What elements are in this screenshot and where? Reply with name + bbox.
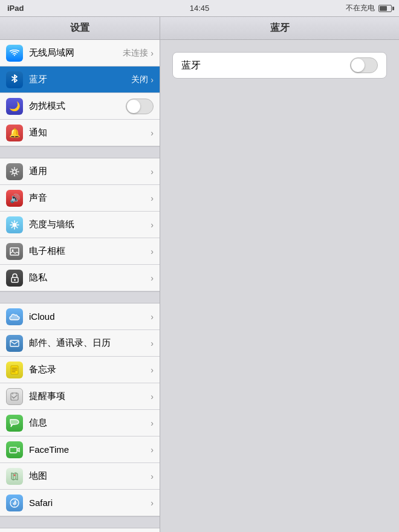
bluetooth-title: 蓝牙: [270, 22, 290, 34]
maps-label: 地图: [29, 470, 151, 482]
messages-chevron: ›: [151, 418, 154, 428]
mail-label: 邮件、通讯录、日历: [29, 337, 151, 349]
dnd-toggle-knob: [127, 100, 140, 113]
messages-label: 信息: [29, 417, 151, 429]
device-label: iPad: [7, 4, 24, 13]
bluetooth-setting-row: 蓝牙: [172, 52, 387, 79]
icloud-label: iCloud: [29, 311, 151, 322]
dnd-toggle[interactable]: [126, 99, 154, 114]
privacy-label: 隐私: [29, 272, 151, 284]
time-display: 14:45: [190, 4, 210, 13]
wifi-chevron: ›: [151, 48, 154, 58]
bluetooth-icon: [6, 71, 23, 88]
svg-point-10: [14, 474, 16, 476]
sidebar-item-privacy[interactable]: 隐私 ›: [0, 265, 160, 291]
bluetooth-content: 蓝牙: [160, 40, 399, 532]
reminders-label: 提醒事项: [29, 391, 151, 402]
dnd-icon: 🌙: [6, 98, 23, 115]
dnd-label: 勿扰模式: [29, 100, 126, 112]
sidebar-item-notes[interactable]: 备忘录 ›: [0, 357, 160, 383]
sidebar-item-wifi[interactable]: 无线局域网 未连接 ›: [0, 40, 160, 66]
status-indicators: 不在充电: [346, 3, 392, 13]
sidebar-item-general[interactable]: 通用 ›: [0, 158, 160, 185]
bluetooth-panel: 蓝牙 蓝牙: [160, 17, 399, 532]
safari-chevron: ›: [151, 498, 154, 508]
photoframe-chevron: ›: [151, 247, 154, 256]
privacy-icon: [6, 270, 23, 287]
svg-point-3: [12, 249, 14, 251]
maps-icon: [6, 468, 23, 485]
sidebar-item-facetime[interactable]: FaceTime ›: [0, 436, 160, 463]
settings-title: 设置: [70, 22, 89, 34]
facetime-chevron: ›: [151, 445, 154, 455]
bluetooth-header: 蓝牙: [160, 17, 399, 40]
maps-chevron: ›: [151, 472, 154, 481]
sidebar-item-sounds[interactable]: 🔊 声音 ›: [0, 185, 160, 212]
bluetooth-toggle-knob: [351, 59, 365, 72]
sidebar-item-mail[interactable]: 邮件、通讯录、日历 ›: [0, 330, 160, 357]
messages-icon: [6, 415, 23, 432]
bluetooth-value: 关闭: [131, 74, 148, 85]
privacy-chevron: ›: [151, 273, 154, 283]
sounds-chevron: ›: [151, 193, 154, 203]
wifi-value: 未连接: [123, 48, 148, 59]
brightness-chevron: ›: [151, 220, 154, 230]
svg-point-5: [14, 279, 16, 281]
brightness-label: 亮度与墙纸: [29, 219, 151, 230]
battery-icon: [378, 5, 392, 12]
svg-rect-9: [10, 447, 17, 453]
facetime-label: FaceTime: [29, 444, 151, 455]
separator-2: [0, 291, 160, 303]
sidebar-item-messages[interactable]: 信息 ›: [0, 410, 160, 436]
sidebar-item-maps[interactable]: 地图 ›: [0, 463, 160, 490]
icloud-icon: [6, 308, 23, 325]
status-bar: iPad 14:45 不在充电: [0, 0, 399, 17]
sounds-label: 声音: [29, 192, 151, 204]
main-layout: 设置 无线局域网 未连接 ›: [0, 17, 399, 532]
sounds-icon: 🔊: [6, 190, 23, 207]
general-chevron: ›: [151, 167, 154, 177]
sidebar-item-itunes[interactable]: iTunes Store 和 App Store ›: [0, 528, 160, 532]
photoframe-icon: [6, 243, 23, 260]
notes-icon: [6, 362, 23, 378]
sidebar-item-bluetooth[interactable]: 蓝牙 关闭 ›: [0, 66, 160, 93]
bluetooth-chevron: ›: [151, 75, 154, 85]
sidebar-item-dnd[interactable]: 🌙 勿扰模式: [0, 93, 160, 120]
wifi-icon: [6, 45, 23, 62]
bluetooth-label-item: 蓝牙: [29, 74, 131, 85]
safari-icon: [6, 495, 23, 511]
sidebar-item-photoframe[interactable]: 电子相框 ›: [0, 238, 160, 265]
svg-point-1: [13, 222, 17, 227]
sidebar-item-notifications[interactable]: 🔔 通知 ›: [0, 120, 160, 146]
mail-icon: [6, 335, 23, 352]
notes-chevron: ›: [151, 365, 154, 375]
general-icon: [6, 163, 23, 180]
bluetooth-toggle[interactable]: [350, 57, 378, 73]
settings-list: 无线局域网 未连接 › 蓝牙 关闭 › 🌙 勿扰模式: [0, 40, 160, 532]
notifications-chevron: ›: [151, 128, 154, 138]
wifi-label: 无线局域网: [29, 47, 123, 59]
battery-fill: [380, 6, 387, 11]
photoframe-label: 电子相框: [29, 245, 151, 257]
sidebar-item-brightness[interactable]: 亮度与墙纸 ›: [0, 212, 160, 238]
icloud-chevron: ›: [151, 312, 154, 322]
battery-status-label: 不在充电: [346, 3, 375, 13]
separator-3: [0, 516, 160, 528]
svg-rect-6: [10, 340, 19, 346]
safari-label: Safari: [29, 498, 151, 508]
sidebar-item-icloud[interactable]: iCloud ›: [0, 303, 160, 330]
general-label: 通用: [29, 166, 151, 177]
svg-point-0: [13, 170, 16, 174]
reminders-icon: [6, 388, 23, 405]
mail-chevron: ›: [151, 339, 154, 348]
facetime-icon: [6, 441, 23, 458]
reminders-chevron: ›: [151, 392, 154, 401]
sidebar-item-safari[interactable]: Safari ›: [0, 490, 160, 516]
settings-panel: 设置 无线局域网 未连接 ›: [0, 17, 160, 532]
notes-label: 备忘录: [29, 364, 151, 375]
settings-header: 设置: [0, 17, 160, 40]
notifications-icon: 🔔: [6, 125, 23, 141]
sidebar-item-reminders[interactable]: 提醒事项 ›: [0, 383, 160, 410]
brightness-icon: [6, 216, 23, 233]
separator-1: [0, 146, 160, 158]
